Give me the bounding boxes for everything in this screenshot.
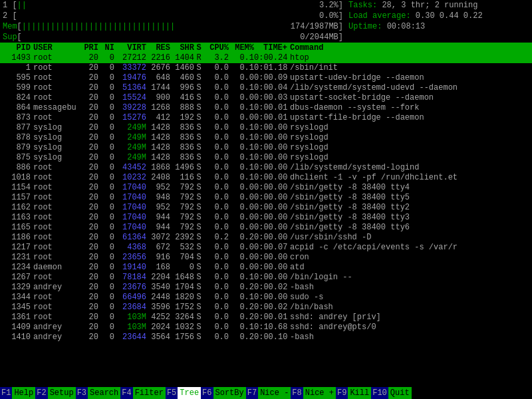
proc-cmd: /sbin/getty -8 38400 tty6: [287, 223, 410, 233]
table-row[interactable]: 1018 root 20 0 10232 2408 116 S 0.0 0.1 …: [0, 173, 532, 183]
proc-cmd: dhclient -1 -v -pf /run/dhclient.et: [287, 173, 458, 183]
table-row[interactable]: 1186 root 20 0 61364 3072 2392 S 0.2 0.2…: [0, 233, 532, 243]
footer-key-sortby[interactable]: F6SortBy: [201, 387, 246, 399]
swap-row: Sup [ 0/2044MB ]: [3, 32, 343, 43]
fkey-num: F1: [0, 387, 12, 399]
footer: F1HelpF2SetupF3SearchF4FilterF5TreeF6Sor…: [0, 387, 532, 399]
proc-s: R: [194, 53, 203, 63]
table-row[interactable]: 1493 root 20 0 27212 2216 1404 R 3.2 0.1…: [0, 53, 532, 63]
proc-virt: 17040: [114, 213, 146, 223]
proc-virt: 39228: [114, 103, 146, 113]
proc-cmd: upstart-socket-bridge --daemon: [287, 93, 434, 103]
proc-res: 672: [146, 243, 170, 253]
proc-time: 0:10.68: [254, 323, 287, 332]
proc-res: 1744: [146, 83, 170, 93]
proc-res: 168: [146, 263, 170, 273]
proc-pid: 1162: [3, 203, 31, 213]
proc-cmd: rsyslogd: [287, 123, 329, 133]
proc-pri: 20: [78, 103, 98, 113]
proc-cmd: /bin/login --: [287, 273, 352, 283]
footer-key-help[interactable]: F1Help: [0, 387, 35, 399]
footer-key-quit[interactable]: F10Quit: [371, 387, 411, 399]
proc-time: 0:00.00: [254, 213, 287, 223]
table-row[interactable]: 877 syslog 20 0 249M 1428 836 S 0.0 0.1 …: [0, 123, 532, 133]
proc-res: 1428: [146, 123, 170, 133]
proc-shr: 2392: [170, 233, 194, 243]
footer-key-nice +[interactable]: F8Nice +: [291, 387, 336, 399]
proc-s: S: [194, 293, 203, 303]
table-row[interactable]: 1345 root 20 0 23684 3596 1752 S 0.0 0.2…: [0, 303, 532, 313]
proc-shr: 888: [170, 103, 194, 113]
proc-pri: 20: [78, 123, 98, 133]
table-row[interactable]: 1410 andrey 20 0 23644 3564 1756 S 0.0 0…: [0, 332, 532, 342]
table-row[interactable]: 1409 andrey 20 0 103M 2024 1032 S 0.0 0.…: [0, 323, 532, 332]
table-row[interactable]: 886 root 20 0 43452 1868 1496 S 0.0 0.1 …: [0, 163, 532, 173]
proc-pid: 1267: [3, 273, 31, 283]
proc-mem: 0.0: [229, 213, 254, 223]
table-row[interactable]: 1361 root 20 0 103M 4252 3264 S 0.0 0.2 …: [0, 313, 532, 323]
table-row[interactable]: 824 root 20 0 15524 900 416 S 0.0 0.0 0:…: [0, 93, 532, 103]
proc-pid: 1186: [3, 233, 31, 243]
htop-screen: 1 [ || 3.2% ] 2 [ 0.0% ] Mem [: [0, 0, 532, 399]
proc-cmd: /sbin/getty -8 38400 tty2: [287, 203, 410, 213]
cpu2-row: 2 [ 0.0% ]: [3, 11, 343, 21]
table-row[interactable]: 864 messagebu 20 0 39228 1268 888 S 0.0 …: [0, 103, 532, 113]
table-row[interactable]: 879 syslog 20 0 249M 1428 836 S 0.0 0.1 …: [0, 143, 532, 153]
proc-user: root: [31, 193, 78, 203]
proc-mem: 0.1: [229, 173, 254, 183]
table-row[interactable]: 599 root 20 0 51364 1744 996 S 0.0 0.1 0…: [0, 83, 532, 93]
table-row[interactable]: 875 syslog 20 0 249M 1428 836 S 0.0 0.1 …: [0, 153, 532, 163]
proc-pid: 1217: [3, 243, 31, 253]
footer-key-search[interactable]: F3Search: [76, 387, 121, 399]
proc-user: root: [31, 313, 78, 323]
proc-pid: 1165: [3, 223, 31, 233]
proc-virt: 17040: [114, 203, 146, 213]
table-row[interactable]: 595 root 20 0 19476 648 460 S 0.0 0.0 0:…: [0, 73, 532, 83]
footer-key-tree[interactable]: F5Tree: [166, 387, 201, 399]
proc-cpu: 0.0: [203, 283, 229, 293]
cpu1-row: 1 [ || 3.2% ]: [3, 0, 343, 11]
proc-virt: 23676: [114, 283, 146, 293]
table-row[interactable]: 1157 root 20 0 17040 948 792 S 0.0 0.0 0…: [0, 193, 532, 203]
table-row[interactable]: 1 root 20 0 33372 2676 1460 S 0.0 0.1 0:…: [0, 63, 532, 73]
proc-user: root: [31, 63, 78, 73]
table-row[interactable]: 1267 root 20 0 78184 2204 1648 S 0.0 0.1…: [0, 273, 532, 283]
proc-s: S: [194, 303, 203, 313]
table-row[interactable]: 878 syslog 20 0 249M 1428 836 S 0.0 0.1 …: [0, 133, 532, 143]
proc-time: 0:00.07: [254, 243, 287, 253]
footer-key-setup[interactable]: F2Setup: [35, 387, 75, 399]
proc-shr: 836: [170, 133, 194, 143]
proc-cmd: /sbin/getty -8 38400 tty4: [287, 183, 410, 193]
table-row[interactable]: 1344 root 20 0 66496 2448 1820 S 0.0 0.1…: [0, 293, 532, 303]
col-cmd: Command: [287, 43, 323, 53]
footer-key-nice -[interactable]: F7Nice -: [246, 387, 291, 399]
table-row[interactable]: 1329 andrey 20 0 23676 3540 1704 S 0.0 0…: [0, 283, 532, 293]
table-row[interactable]: 1234 daemon 20 0 19140 168 0 S 0.0 0.0 0…: [0, 263, 532, 273]
fkey-label: SortBy: [213, 387, 246, 399]
fkey-label: Filter: [133, 387, 166, 399]
proc-pri: 20: [78, 273, 98, 283]
uptime-val: 00:08:13: [387, 22, 426, 31]
proc-pri: 20: [78, 193, 98, 203]
table-row[interactable]: 1163 root 20 0 17040 944 792 S 0.0 0.0 0…: [0, 213, 532, 223]
proc-shr: 3264: [170, 313, 194, 323]
proc-user: root: [31, 303, 78, 313]
table-row[interactable]: 1165 root 20 0 17040 944 792 S 0.0 0.0 0…: [0, 223, 532, 233]
proc-cmd: sshd: andrey [priv]: [287, 313, 381, 323]
fkey-num: F3: [76, 387, 88, 399]
table-row[interactable]: 873 root 20 0 15276 412 192 S 0.0 0.0 0:…: [0, 113, 532, 123]
header: 1 [ || 3.2% ] 2 [ 0.0% ] Mem [: [0, 0, 532, 43]
table-row[interactable]: 1217 root 20 0 4368 672 532 S 0.0 0.0 0:…: [0, 243, 532, 253]
proc-cpu: 0.0: [203, 313, 229, 323]
table-row[interactable]: 1162 root 20 0 17040 952 792 S 0.0 0.0 0…: [0, 203, 532, 213]
footer-key-filter[interactable]: F4Filter: [120, 387, 166, 399]
cpu1-close-bracket: ]: [338, 0, 343, 11]
proc-ni: 0: [98, 203, 114, 213]
footer-key-kill[interactable]: F9Kill: [336, 387, 371, 399]
proc-res: 2408: [146, 173, 170, 183]
proc-time: 0:00.01: [254, 113, 287, 123]
proc-shr: 1820: [170, 293, 194, 303]
table-row[interactable]: 1154 root 20 0 17040 952 792 S 0.0 0.0 0…: [0, 183, 532, 193]
proc-user: syslog: [31, 143, 78, 153]
table-row[interactable]: 1231 root 20 0 23656 916 704 S 0.0 0.0 0…: [0, 253, 532, 263]
